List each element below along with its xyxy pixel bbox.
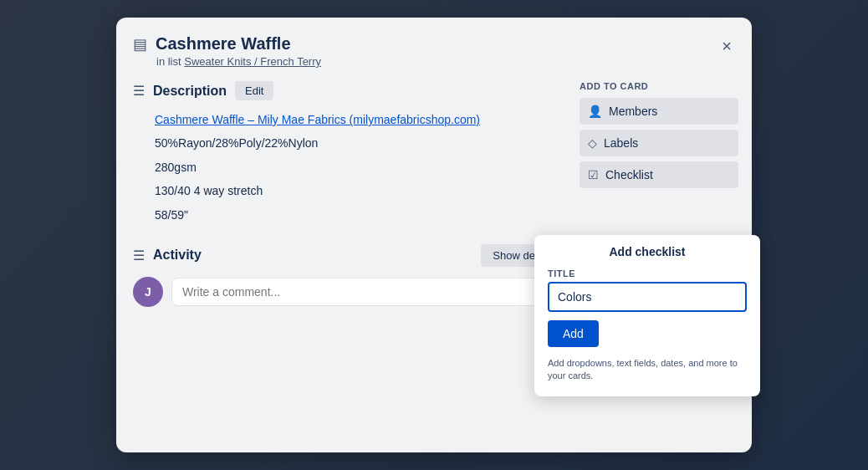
description-title: Description <box>153 84 227 99</box>
card-subtitle: in list Sweater Knits / French Terry <box>156 55 715 68</box>
add-to-card-label: Add to card <box>580 81 738 91</box>
members-button[interactable]: 👤 Members <box>580 98 738 125</box>
description-line3: 130/40 4 way stretch <box>155 181 566 200</box>
labels-button[interactable]: ◇ Labels <box>580 130 738 156</box>
list-link[interactable]: Sweater Knits / French Terry <box>184 55 321 68</box>
close-button[interactable]: × <box>715 34 738 58</box>
description-line1: 50%Rayon/28%Poly/22%Nylon <box>155 134 566 152</box>
popup-footer-text: Add dropdowns, text fields, dates, and m… <box>548 357 747 383</box>
members-label: Members <box>609 105 657 118</box>
avatar-initials: J <box>145 285 151 299</box>
user-avatar: J <box>133 277 163 307</box>
popup-header: Add checklist <box>548 245 747 258</box>
subtitle-prefix: in list <box>156 55 181 68</box>
checklist-label: Checklist <box>605 168 653 181</box>
checklist-icon: ☑ <box>588 168 599 181</box>
popup-title-label: Title <box>548 268 747 278</box>
card-title: Cashmere Waffle <box>156 34 291 54</box>
main-content: ☰ Description Edit Cashmere Waffle – Mil… <box>133 81 566 436</box>
card-icon: ▤ <box>133 35 147 54</box>
activity-section: ☰ Activity Show details J <box>133 244 566 307</box>
comment-area: J <box>133 277 566 307</box>
sidebar: Add to card 👤 Members ◇ Labels ☑ Checkli… <box>580 81 738 436</box>
members-icon: 👤 <box>588 105 602 118</box>
checklist-button[interactable]: ☑ Checklist <box>580 161 738 188</box>
checklist-popup: Add checklist Title Add Add dropdowns, t… <box>534 235 760 396</box>
edit-description-button[interactable]: Edit <box>235 81 273 100</box>
activity-header: ☰ Activity Show details <box>133 244 566 267</box>
description-section: ☰ Description Edit Cashmere Waffle – Mil… <box>133 81 566 224</box>
comment-input[interactable] <box>171 278 566 306</box>
description-content: Cashmere Waffle – Mily Mae Fabrics (mily… <box>155 110 566 224</box>
labels-label: Labels <box>604 136 638 150</box>
activity-left: ☰ Activity <box>133 248 202 263</box>
checklist-title-input[interactable] <box>548 282 747 312</box>
activity-icon: ☰ <box>133 248 145 263</box>
activity-title: Activity <box>153 248 202 263</box>
modal-title-area: ▤ Cashmere Waffle in list Sweater Knits … <box>133 34 715 68</box>
fabric-link[interactable]: Cashmere Waffle – Mily Mae Fabrics (mily… <box>155 113 480 126</box>
card-modal: ▤ Cashmere Waffle in list Sweater Knits … <box>116 18 752 452</box>
modal-body: ☰ Description Edit Cashmere Waffle – Mil… <box>133 81 738 436</box>
modal-title: ▤ Cashmere Waffle <box>133 34 715 54</box>
description-header: ☰ Description Edit <box>133 81 566 100</box>
add-checklist-button[interactable]: Add <box>548 320 599 347</box>
description-line2: 280gsm <box>155 158 566 176</box>
description-icon: ☰ <box>133 83 145 99</box>
modal-header: ▤ Cashmere Waffle in list Sweater Knits … <box>133 34 738 68</box>
labels-icon: ◇ <box>588 136 597 150</box>
description-line4: 58/59" <box>155 206 566 224</box>
